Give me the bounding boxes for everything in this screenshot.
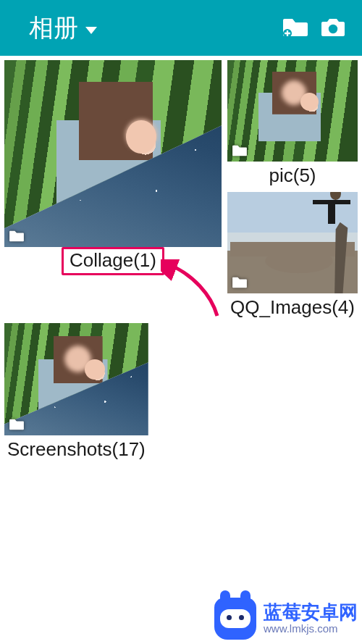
watermark-text: 蓝莓安卓网 www.lmkjs.com [264,603,358,634]
album-thumbnail [4,323,148,435]
new-folder-add-icon [282,16,308,41]
watermark-brand: 蓝莓安卓网 [264,603,358,622]
caret-down-icon [85,27,97,34]
album-pic[interactable]: pic(5) [227,60,358,188]
watermark-mascot-icon [214,598,256,640]
folder-icon [232,276,248,289]
album-label: QQ_Images(4) [227,293,358,319]
album-thumbnail [227,60,358,162]
album-thumbnail [227,192,358,293]
new-folder-button[interactable] [277,9,314,47]
svg-point-1 [329,24,337,33]
collage-thumb-art [4,60,222,247]
album-label: pic(5) [266,162,319,187]
album-grid: Collage(1) pic(5) QQ_Images(4) [0,56,362,465]
watermark: 蓝莓安卓网 www.lmkjs.com [214,598,358,640]
album-thumbnail [4,60,222,247]
camera-button[interactable] [314,9,352,47]
folder-icon [232,144,248,157]
app-bar: 相册 [0,0,362,56]
album-screenshots[interactable]: Screenshots(17) [4,323,148,461]
appbar-title: 相册 [29,12,78,45]
collage-thumb-art [4,323,148,435]
album-selector-dropdown[interactable]: 相册 [29,12,97,45]
camera-icon [320,16,346,41]
album-label: Screenshots(17) [4,435,148,461]
album-collage[interactable]: Collage(1) [4,60,222,275]
album-qq-images[interactable]: QQ_Images(4) [227,192,358,319]
watermark-url: www.lmkjs.com [264,623,358,635]
folder-icon [9,418,25,431]
album-label: Collage(1) [62,247,164,275]
folder-icon [9,230,25,243]
